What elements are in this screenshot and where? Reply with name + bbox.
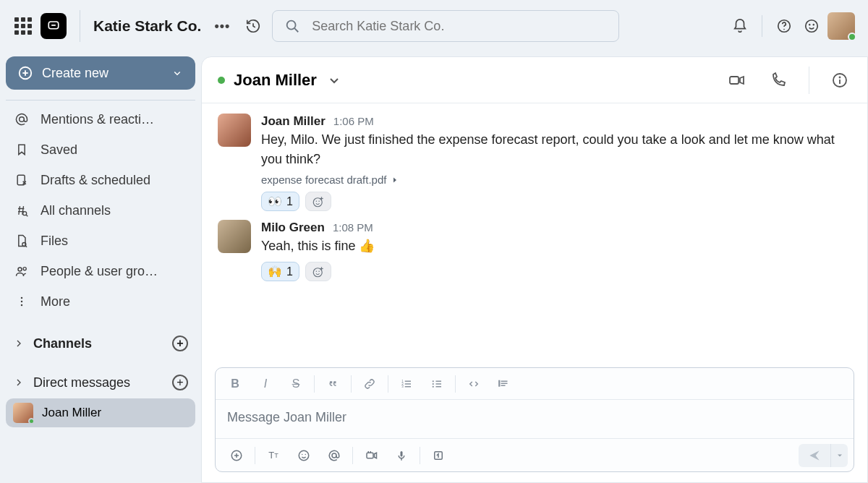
svg-point-7 [809,24,810,25]
sidebar-item-drafts[interactable]: Drafts & scheduled [6,166,195,195]
quote-button[interactable] [318,372,348,396]
svg-point-18 [18,268,22,271]
message-attachment[interactable]: expense forecast draft.pdf [261,174,851,186]
emoji-picker-button[interactable] [289,443,319,468]
sidebar-item-files[interactable]: Files [6,226,195,255]
svg-rect-61 [367,453,373,458]
divider [314,375,315,393]
svg-point-46 [433,382,434,384]
people-icon [13,264,30,278]
user-avatar[interactable] [827,12,855,40]
sidebar-item-mentions[interactable]: Mentions & reacti… [6,105,195,134]
compose-actions: TT [216,438,854,471]
send-button[interactable] [799,444,830,467]
svg-point-6 [806,20,818,33]
svg-point-5 [784,29,785,30]
italic-button[interactable]: I [250,372,281,396]
divider [6,100,195,101]
notifications-icon[interactable] [728,14,752,38]
phone-call-icon[interactable] [767,69,790,92]
send-options-button[interactable] [830,444,848,467]
app-logo-icon[interactable] [41,13,67,39]
file-icon [13,234,30,248]
history-icon[interactable] [242,14,265,38]
add-channel-button[interactable]: + [172,335,188,351]
chevron-right-icon [13,338,25,349]
create-new-button[interactable]: Create new [6,56,195,90]
svg-point-60 [332,453,336,458]
code-button[interactable] [459,372,489,396]
reaction-raised-hands[interactable]: 🙌1 [261,262,299,281]
attachment-name: expense forecast draft.pdf [261,174,386,186]
audio-record-button[interactable] [386,443,417,468]
link-button[interactable] [354,372,385,396]
sidebar-item-people[interactable]: People & user gro… [6,257,195,286]
compose-input[interactable]: Message Joan Miller [216,400,854,438]
video-record-button[interactable] [356,443,386,468]
dm-user-joan[interactable]: Joan Miller [6,398,195,427]
svg-text:3: 3 [401,385,404,388]
reaction-eyes[interactable]: 👀1 [261,192,299,211]
sidebar-item-more[interactable]: More [6,287,195,316]
apps-grid-icon[interactable] [13,16,33,36]
sidebar-item-allchannels[interactable]: All channels [6,196,195,225]
attach-button[interactable] [221,443,252,468]
info-icon[interactable] [828,69,851,92]
workspace-title[interactable]: Katie Stark Co. [93,17,201,35]
svg-marker-62 [375,453,377,458]
message-avatar[interactable] [218,114,251,147]
channels-section-header[interactable]: Channels + [6,329,195,358]
svg-point-34 [313,268,322,276]
message-avatar[interactable] [218,220,251,253]
unordered-list-button[interactable] [422,372,452,396]
bold-button[interactable]: B [220,372,250,396]
help-icon[interactable] [773,14,796,38]
presence-indicator-icon [28,418,35,424]
add-reaction-icon [312,265,325,278]
message-sender[interactable]: Milo Green [261,221,325,234]
svg-point-35 [316,270,318,272]
shortcut-button[interactable] [423,443,454,468]
codeblock-button[interactable] [489,372,519,396]
svg-point-21 [21,301,23,303]
sidebar-item-label: Files [41,234,68,249]
chat-title[interactable]: Joan Miller [234,71,317,90]
sidebar-item-saved[interactable]: Saved [6,135,195,164]
sidebar-item-label: Mentions & reacti… [41,112,154,127]
search-bar[interactable] [272,10,619,42]
create-new-label: Create new [42,66,109,81]
chat-panel: Joan Miller Joan Miller 1:06 PM Hey, Mil… [201,56,868,483]
reaction-count: 1 [286,195,293,208]
workspace-more-icon[interactable]: ••• [214,19,230,34]
sidebar-item-label: Saved [41,142,77,158]
add-reaction-button[interactable] [305,262,331,281]
svg-point-36 [318,270,320,272]
sidebar-item-label: Drafts & scheduled [41,173,150,188]
add-reaction-button[interactable] [305,192,331,211]
more-vertical-icon [13,294,30,309]
send-icon [807,448,822,463]
message-sender[interactable]: Joan Miller [261,114,326,128]
dm-user-name: Joan Miller [42,406,101,420]
dm-section-header[interactable]: Direct messages + [6,368,195,397]
divider [762,15,762,37]
strikethrough-button[interactable]: S [281,372,311,396]
plus-circle-icon [17,65,33,81]
search-input[interactable] [312,19,607,34]
divider [80,10,80,42]
svg-point-2 [287,21,296,30]
chevron-down-icon[interactable] [326,72,343,89]
svg-point-20 [21,297,23,299]
video-call-icon[interactable] [725,69,748,92]
format-toggle-button[interactable]: TT [258,443,289,468]
composer: B I S 123 Message Joan Miller TT [215,367,854,472]
divider [255,447,255,464]
ordered-list-button[interactable]: 123 [391,372,422,396]
svg-point-57 [299,450,309,461]
mention-button[interactable] [319,443,349,468]
chevron-down-icon [171,67,184,80]
dm-avatar [13,403,33,423]
emoji-icon[interactable] [800,14,823,38]
add-dm-button[interactable]: + [172,375,188,390]
search-icon [284,18,300,34]
